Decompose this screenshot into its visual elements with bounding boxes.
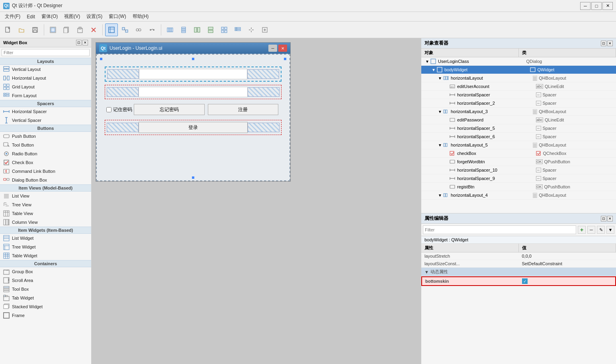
resize-handle-bottom[interactable]	[192, 176, 194, 179]
prop-dropdown-btn[interactable]: ▼	[606, 226, 614, 234]
close-button[interactable]: ✕	[602, 2, 613, 10]
restore-button[interactable]: □	[591, 2, 602, 10]
expand-hlayout5[interactable]: ▼	[437, 142, 443, 148]
expand-userloginclass[interactable]: ▼	[424, 59, 430, 64]
toolbar-split-v[interactable]	[204, 23, 217, 36]
toolbar-open[interactable]	[15, 23, 28, 36]
menu-help[interactable]: 帮助(H)	[129, 12, 152, 21]
widget-table-widget[interactable]: Table Widget	[0, 251, 91, 260]
menu-view[interactable]: 视图(V)	[61, 12, 83, 21]
widget-box-close[interactable]: ✕	[82, 40, 88, 45]
prop-remove-btn[interactable]: ─	[587, 226, 595, 234]
toolbar-split-h[interactable]	[191, 23, 203, 36]
toolbar-buddy[interactable]	[132, 23, 145, 36]
widget-dialog-button-box[interactable]: Dialog Button Box	[0, 176, 91, 184]
designer-minimize[interactable]: ─	[268, 45, 277, 52]
toolbar-signal-slot[interactable]	[146, 23, 158, 36]
prop-row-layoutstretch[interactable]: layoutStretch 0,0,0	[421, 252, 616, 260]
tree-row-hlayout3[interactable]: ▼ horizontalLayout_3 ||| QHBoxLayout	[421, 108, 616, 116]
prop-filter-input[interactable]	[423, 225, 576, 234]
toolbar-delete[interactable]	[87, 23, 100, 36]
widget-command-link[interactable]: Command Link Button	[0, 167, 91, 176]
tree-row-edituseraccount[interactable]: abc editUserAccount abc QLineEdit	[421, 82, 616, 91]
widget-list-widget[interactable]: List Widget	[0, 234, 91, 243]
toolbar-cut[interactable]	[47, 23, 59, 36]
widget-tree-widget[interactable]: Tree Widget	[0, 243, 91, 251]
widget-tool-box[interactable]: Tool Box	[0, 285, 91, 294]
toolbar-adjust-size[interactable]	[258, 23, 271, 36]
widget-tree-view[interactable]: Tree View	[0, 200, 91, 209]
toolbar-new[interactable]	[2, 23, 14, 36]
widget-scroll-area[interactable]: Scroll Area	[0, 276, 91, 285]
designer-close[interactable]: ✕	[278, 45, 287, 52]
menu-form[interactable]: 窗体(O)	[38, 12, 61, 21]
tree-row-hspacer9[interactable]: horizontalSpacer_9 ↔ Spacer	[421, 174, 616, 183]
tree-row-bodywidget[interactable]: ▼ bodyWidget QWidget	[421, 66, 616, 74]
forget-password-btn[interactable]: 忘记密码	[134, 104, 205, 115]
widget-check-box[interactable]: Check Box	[0, 158, 91, 167]
tree-row-userloginclass[interactable]: ▼ UserLoginClass QDialog	[421, 57, 616, 66]
menu-window[interactable]: 窗口(W)	[106, 12, 129, 21]
login-btn[interactable]: 登录	[139, 122, 248, 133]
bottomskin-checkbox[interactable]: ✓	[522, 278, 528, 284]
password-input[interactable]: 请输入密码	[139, 87, 248, 97]
widget-list-view[interactable]: List View	[0, 192, 91, 200]
widget-vspacer[interactable]: Vertical Spacer	[0, 116, 91, 125]
widget-grid-layout[interactable]: Grid Layout	[0, 82, 91, 91]
toolbar-break-layout[interactable]	[245, 23, 258, 36]
tree-row-hspacer10[interactable]: horizontalSpacer_10 ↔ Spacer	[421, 166, 616, 174]
menu-edit[interactable]: Edit	[23, 13, 38, 20]
widget-group-box[interactable]: Title Group Box	[0, 267, 91, 276]
prop-config-btn[interactable]: ✎	[597, 226, 605, 234]
widget-box-float[interactable]: ⊡	[76, 40, 82, 45]
toolbar-paste[interactable]	[74, 23, 86, 36]
remember-checkbox[interactable]	[106, 107, 111, 112]
widget-push-button[interactable]: Push Button	[0, 132, 91, 141]
account-input[interactable]: 请输入账号	[139, 69, 247, 79]
toolbar-hlayout[interactable]	[164, 23, 176, 36]
widget-form-layout[interactable]: Form Layout	[0, 91, 91, 100]
widget-stacked-widget[interactable]: Stacked Widget	[0, 302, 91, 311]
tree-row-hspacer6[interactable]: horizontalSpacer_6 ↔ Spacer	[421, 133, 616, 141]
toolbar-form-layout[interactable]	[231, 23, 244, 36]
tree-row-hspacer5[interactable]: horizontalSpacer_5 ↔ Spacer	[421, 124, 616, 133]
widget-vertical-layout[interactable]: Vertical Layout	[0, 65, 91, 74]
menu-settings[interactable]: 设置(S)	[83, 12, 106, 21]
tree-row-forgetwordbtn[interactable]: forgetWordbtn OK QPushButton	[421, 158, 616, 166]
expand-hlayout4[interactable]: ▼	[437, 192, 443, 198]
widget-tool-button[interactable]: Tool Button	[0, 141, 91, 149]
toolbar-save[interactable]	[29, 23, 41, 36]
widget-hspacer[interactable]: Horizontal Spacer	[0, 107, 91, 116]
prop-row-layoutsizeconst[interactable]: layoutSizeConst... SetDefaultConstraint	[421, 260, 616, 268]
expand-hlayout3[interactable]: ▼	[437, 109, 443, 114]
menu-file[interactable]: 文件(F)	[2, 12, 23, 21]
prop-row-bottomskin[interactable]: bottomskin ✓	[421, 276, 616, 286]
expand-hlayout[interactable]: ▼	[437, 75, 443, 81]
designer-content[interactable]: 请输入账号 请输入密码 记住密码 忘记密码 注册	[96, 54, 290, 181]
widget-radio-button[interactable]: Radio Button	[0, 149, 91, 158]
minimize-button[interactable]: ─	[580, 2, 591, 10]
widget-horizontal-layout[interactable]: Horizontal Layout	[0, 74, 91, 82]
prop-editor-close[interactable]: ✕	[607, 216, 613, 221]
tree-row-hlayout4[interactable]: ▼ horizontalLayout_4 ||| QHBoxLayout	[421, 191, 616, 200]
tree-row-hlayout[interactable]: ▼ horizontalLayout ||| QHBoxLayout	[421, 74, 616, 82]
toolbar-grid[interactable]	[218, 23, 231, 36]
tree-row-registbtn[interactable]: registBtn OK QPushButton	[421, 183, 616, 191]
widget-tab-widget[interactable]: Tab Widget	[0, 294, 91, 302]
toolbar-vlayout[interactable]	[177, 23, 190, 36]
widget-filter-input[interactable]	[2, 49, 90, 56]
toolbar-copy[interactable]	[60, 23, 73, 36]
tree-row-hlayout5[interactable]: ▼ horizontalLayout_5 ||| QHBoxLayout	[421, 141, 616, 149]
resize-handle-tr[interactable]	[284, 58, 286, 60]
inspector-float[interactable]: ⊡	[601, 41, 606, 46]
prop-add-btn[interactable]: +	[578, 226, 586, 234]
inspector-close[interactable]: ✕	[607, 41, 613, 46]
toolbar-widget-editor[interactable]	[105, 23, 118, 36]
prop-editor-float[interactable]: ⊡	[601, 216, 606, 221]
tree-row-checkbox[interactable]: checkBox QCheckBox	[421, 149, 616, 158]
tree-row-hspacer2[interactable]: horizontalSpacer_2 ↔ Spacer	[421, 99, 616, 108]
resize-handle-tl[interactable]	[100, 58, 102, 60]
expand-bodywidget[interactable]: ▼	[431, 67, 436, 72]
widget-column-view[interactable]: Column View	[0, 218, 91, 227]
resize-handle-top[interactable]	[192, 58, 194, 60]
